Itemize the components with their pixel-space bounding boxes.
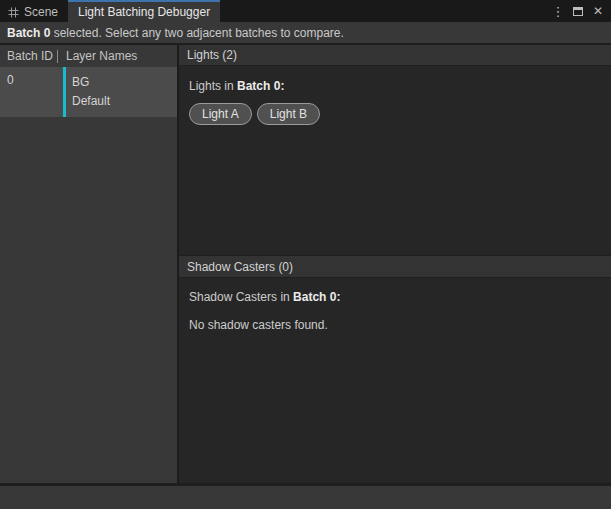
main-area: Batch ID Layer Names 0 BG Default Lights… (0, 45, 611, 483)
info-text: selected. Select any two adjacent batche… (50, 26, 344, 40)
column-separator (57, 50, 58, 63)
maximize-glyph (573, 7, 583, 16)
light-pill-row: Light A Light B (189, 103, 601, 125)
tab-scene[interactable]: Scene (0, 0, 68, 22)
lights-in-batch-label: Lights in Batch 0: (189, 79, 601, 93)
layer-name: BG (72, 73, 110, 92)
batch-id-cell: 0 (0, 67, 63, 117)
light-batching-debugger-window: Scene Light Batching Debugger ⋮ ✕ Batch … (0, 0, 611, 509)
maximize-icon[interactable] (570, 3, 586, 19)
light-pill-b[interactable]: Light B (257, 103, 320, 125)
layer-names-cell: BG Default (66, 67, 110, 117)
shadow-casters-section-header: Shadow Casters (0) (179, 255, 611, 278)
no-shadow-casters-message: No shadow casters found. (189, 318, 601, 332)
kebab-menu-icon[interactable]: ⋮ (550, 3, 566, 19)
lights-section-header: Lights (2) (179, 45, 611, 66)
batch-details-panel: Lights (2) Lights in Batch 0: Light A Li… (179, 45, 611, 483)
tab-scene-label: Scene (24, 5, 58, 19)
layer-name: Default (72, 92, 110, 111)
column-header-batch-id: Batch ID (0, 49, 57, 63)
shadow-casters-section-content: Shadow Casters in Batch 0: No shadow cas… (179, 278, 611, 483)
close-icon[interactable]: ✕ (590, 3, 606, 19)
shadow-casters-in-batch-label: Shadow Casters in Batch 0: (189, 290, 601, 304)
lights-section-content: Lights in Batch 0: Light A Light B (179, 66, 611, 255)
status-bar (0, 483, 611, 509)
batch-row-0[interactable]: 0 BG Default (0, 67, 177, 117)
tab-lbd-label: Light Batching Debugger (78, 5, 210, 19)
tab-light-batching-debugger[interactable]: Light Batching Debugger (68, 0, 220, 22)
grid-icon (8, 7, 19, 18)
lights-header-label: Lights (2) (187, 48, 237, 62)
column-header-layer-names: Layer Names (66, 49, 137, 63)
light-pill-a[interactable]: Light A (189, 103, 252, 125)
info-highlight: Batch 0 (7, 26, 50, 40)
batch-list-panel: Batch ID Layer Names 0 BG Default (0, 45, 179, 483)
tab-bar: Scene Light Batching Debugger ⋮ ✕ (0, 0, 611, 22)
batch-table-header: Batch ID Layer Names (0, 45, 177, 67)
shadow-casters-header-label: Shadow Casters (0) (187, 260, 293, 274)
info-bar: Batch 0 selected. Select any two adjacen… (0, 22, 611, 45)
window-controls: ⋮ ✕ (550, 0, 611, 22)
